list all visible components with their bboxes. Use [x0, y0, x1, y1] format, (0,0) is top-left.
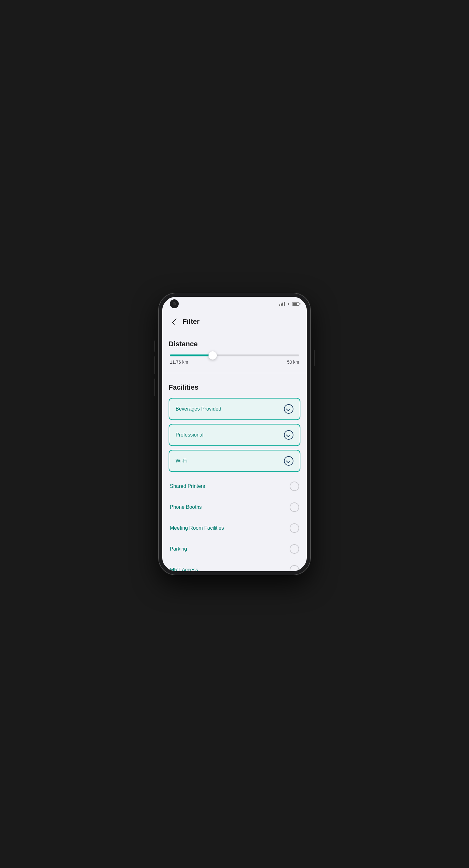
- facilities-section-title: Facilities: [169, 383, 300, 392]
- signal-icon: [279, 302, 285, 306]
- distance-slider-container: 11.76 km 50 km: [169, 354, 300, 365]
- facility-label-professional: Professional: [176, 432, 203, 438]
- facility-item-printers[interactable]: Shared Printers: [169, 476, 300, 497]
- status-icons: ▲: [279, 302, 299, 306]
- facility-item-phone-booths[interactable]: Phone Booths: [169, 497, 300, 518]
- volume-down-button[interactable]: [154, 378, 155, 396]
- facility-checkbox-printers[interactable]: [290, 482, 299, 491]
- slider-labels: 11.76 km 50 km: [170, 360, 299, 365]
- facility-checkbox-meeting-room[interactable]: [290, 523, 299, 533]
- distance-slider[interactable]: [208, 351, 217, 360]
- slider-fill: [170, 354, 213, 356]
- facility-item-beverages[interactable]: Beverages Provided: [169, 398, 300, 420]
- phone-device: ▲ Filter Distance: [158, 293, 311, 575]
- facility-label-phone-booths: Phone Booths: [170, 504, 202, 510]
- facility-checkbox-phone-booths[interactable]: [290, 502, 299, 512]
- facility-label-beverages: Beverages Provided: [176, 406, 221, 412]
- camera-notch: [170, 299, 179, 308]
- distance-section-title: Distance: [169, 340, 300, 348]
- facility-label-meeting-room: Meeting Room Facilities: [170, 525, 224, 531]
- facility-item-meeting-room[interactable]: Meeting Room Facilities: [169, 518, 300, 538]
- camera-lens: [173, 302, 176, 305]
- power-button[interactable]: [314, 350, 315, 366]
- facility-item-mrt[interactable]: MRT Access: [169, 559, 300, 571]
- facility-item-wifi[interactable]: Wi-Fi: [169, 450, 300, 472]
- facility-checkbox-parking[interactable]: [290, 544, 299, 554]
- facility-checkbox-wifi[interactable]: [284, 456, 293, 466]
- checkmark-icon-wifi: [286, 458, 291, 463]
- slider-track: [170, 354, 299, 356]
- facility-label-mrt: MRT Access: [170, 567, 198, 571]
- facility-checkbox-professional[interactable]: [284, 430, 293, 440]
- battery-icon: [292, 302, 299, 306]
- wifi-status-icon: ▲: [287, 302, 290, 306]
- slider-max-label: 50 km: [287, 360, 299, 365]
- facility-checkbox-beverages[interactable]: [284, 404, 293, 414]
- facility-label-wifi: Wi-Fi: [176, 458, 187, 464]
- distance-section: Distance 11.76 km 50 km: [162, 334, 307, 368]
- facility-checkbox-mrt[interactable]: [290, 565, 299, 571]
- facility-item-parking[interactable]: Parking: [169, 538, 300, 559]
- checkmark-icon-beverages: [286, 406, 291, 411]
- mute-button[interactable]: [154, 341, 155, 352]
- facilities-section: Facilities Beverages Provided Profession…: [162, 378, 307, 571]
- battery-fill: [293, 303, 297, 305]
- back-button[interactable]: [169, 316, 180, 327]
- slider-min-label: 11.76 km: [170, 360, 188, 365]
- back-chevron-icon: [172, 318, 178, 325]
- status-bar: ▲: [162, 297, 307, 311]
- screen-content: Filter Distance 11.76 km 50 km: [162, 311, 307, 571]
- page-title: Filter: [182, 317, 200, 326]
- facility-label-printers: Shared Printers: [170, 484, 205, 489]
- checkmark-icon-professional: [286, 432, 291, 437]
- facility-label-parking: Parking: [170, 546, 187, 552]
- phone-screen: ▲ Filter Distance: [162, 297, 307, 571]
- volume-up-button[interactable]: [154, 356, 155, 374]
- facility-item-professional[interactable]: Professional: [169, 424, 300, 446]
- page-header: Filter: [162, 311, 307, 334]
